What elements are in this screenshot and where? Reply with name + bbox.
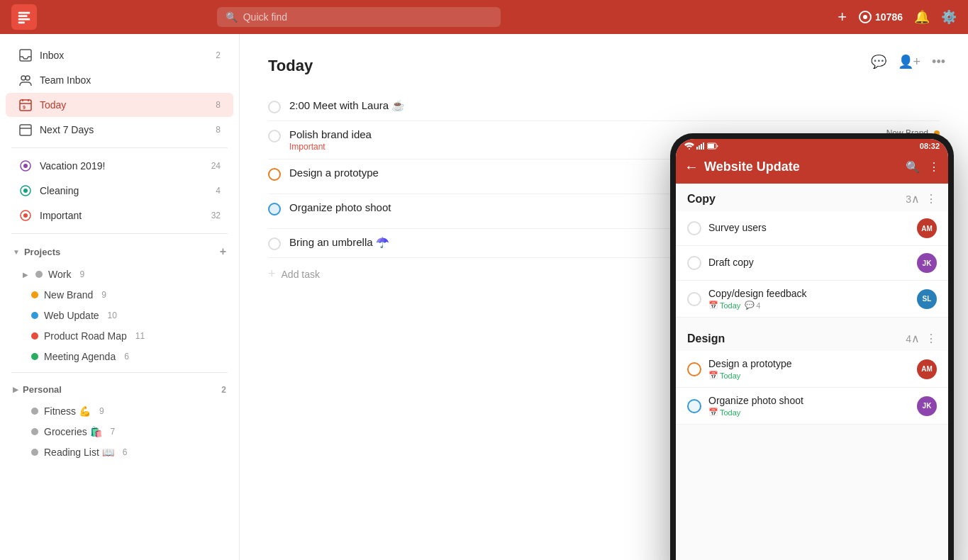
- svg-point-15: [23, 189, 28, 193]
- fitness-dot: [31, 408, 38, 415]
- sidebar-item-next7[interactable]: Next 7 Days 8: [6, 118, 233, 142]
- next7-label: Next 7 Days: [40, 124, 206, 135]
- app-logo: [11, 4, 37, 30]
- design-section-count: 4: [906, 333, 911, 345]
- phone-task-body-photo: Organize photo shoot 📅 Today: [708, 395, 910, 417]
- sidebar-project-fitness[interactable]: Fitness 💪 9: [6, 401, 233, 421]
- svg-point-8: [26, 76, 30, 80]
- sidebar-project-web-update[interactable]: Web Update 10: [6, 306, 233, 325]
- phone-task-title-design: Design a prototype: [708, 358, 910, 369]
- more-options-icon[interactable]: •••: [932, 55, 945, 69]
- add-person-icon[interactable]: 👤+: [898, 54, 921, 69]
- phone-body: Copy 3 ∧ ⋮ Survey users: [676, 184, 948, 560]
- phone-task-survey-users: Survey users AM: [676, 211, 948, 246]
- phone-task-circle-copydesign[interactable]: [687, 292, 701, 306]
- avatar-photo: JK: [917, 396, 937, 416]
- sidebar-project-meeting-agenda[interactable]: Meeting Agenda 6: [6, 347, 233, 366]
- phone-task-meta-photo: 📅 Today: [708, 408, 910, 417]
- task-body-meet-laura: 2:00 Meet with Laura ☕: [289, 99, 940, 113]
- copy-collapse-icon[interactable]: ∧: [911, 192, 920, 206]
- sidebar-project-groceries[interactable]: Groceries 🛍️ 7: [6, 422, 233, 442]
- phone-search-icon[interactable]: 🔍: [906, 160, 920, 174]
- task-circle-design-prototype[interactable]: [268, 168, 281, 181]
- sidebar-project-work[interactable]: ▶ Work 9: [6, 264, 233, 284]
- phone-more-icon[interactable]: ⋮: [928, 160, 940, 174]
- add-project-button[interactable]: +: [220, 245, 226, 258]
- karma-icon: 10786: [858, 10, 903, 24]
- projects-label: Projects: [24, 247, 220, 257]
- comment-icon[interactable]: 💬: [871, 54, 886, 69]
- svg-rect-9: [20, 100, 31, 111]
- copy-section-header: Copy 3 ∧ ⋮: [676, 184, 948, 211]
- task-circle-umbrella[interactable]: [268, 237, 281, 250]
- phone-status-icons: [684, 142, 718, 150]
- phone-task-copy-design: Copy/design feedback 📅 Today 💬 4: [676, 281, 948, 318]
- work-dot: [35, 271, 43, 278]
- sidebar-project-reading-list[interactable]: Reading List 📖 6: [6, 442, 233, 462]
- battery-icon: [707, 142, 718, 150]
- team-inbox-icon: [18, 73, 33, 87]
- task-title-meet-laura: 2:00 Meet with Laura ☕: [289, 99, 940, 112]
- task-circle-organize-photo[interactable]: [268, 203, 281, 215]
- work-label: Work: [48, 269, 71, 280]
- vacation-icon: [18, 159, 33, 173]
- phone-task-title-survey: Survey users: [708, 222, 910, 233]
- settings-icon[interactable]: ⚙️: [941, 9, 957, 25]
- svg-rect-1: [18, 15, 28, 17]
- sidebar-divider-3: [11, 372, 228, 373]
- calendar-icon: 📅: [708, 301, 718, 310]
- projects-section-header[interactable]: ▼ Projects +: [0, 240, 239, 264]
- sidebar-item-inbox[interactable]: Inbox 2: [6, 43, 233, 67]
- add-task-label: Add task: [282, 269, 320, 280]
- phone-task-circle-draft[interactable]: [687, 256, 701, 270]
- phone-screen: 08:32 ← Website Update 🔍 ⋮: [676, 139, 948, 560]
- important-icon: [18, 208, 33, 223]
- avatar-draft: JK: [917, 253, 937, 273]
- sidebar-item-cleaning[interactable]: Cleaning 4: [6, 179, 233, 203]
- important-label: Important: [40, 210, 201, 221]
- svg-rect-22: [703, 142, 704, 150]
- search-bar[interactable]: 🔍 Quick find: [217, 7, 501, 27]
- phone-task-circle-photo[interactable]: [687, 399, 701, 413]
- design-section-title: Design: [687, 332, 903, 345]
- sidebar-project-product-roadmap[interactable]: Product Road Map 11: [6, 326, 233, 346]
- personal-label: Personal: [23, 384, 218, 395]
- sidebar-project-new-brand[interactable]: New Brand 9: [6, 285, 233, 305]
- new-brand-label: New Brand: [44, 289, 93, 301]
- svg-rect-24: [708, 144, 714, 148]
- design-collapse-icon[interactable]: ∧: [911, 332, 920, 345]
- phone-title: Website Update: [704, 159, 900, 174]
- phone-back-button[interactable]: ←: [684, 159, 699, 175]
- phone-task-body-design: Design a prototype 📅 Today: [708, 358, 910, 380]
- svg-rect-20: [699, 145, 700, 150]
- sidebar-item-today[interactable]: 9 Today 8: [6, 93, 233, 117]
- svg-point-7: [21, 76, 26, 80]
- main-layout: Inbox 2 Team Inbox 9 Today: [0, 34, 968, 560]
- personal-chevron: ▶: [13, 386, 18, 393]
- product-roadmap-dot: [31, 332, 38, 340]
- sidebar-item-important[interactable]: Important 32: [6, 203, 233, 228]
- phone-task-circle-design[interactable]: [687, 362, 701, 376]
- notifications-icon[interactable]: 🔔: [914, 9, 930, 25]
- sidebar-item-vacation[interactable]: Vacation 2019! 24: [6, 154, 233, 178]
- reading-list-dot: [31, 449, 38, 456]
- design-more-icon[interactable]: ⋮: [925, 332, 937, 345]
- copy-section-icons: ∧ ⋮: [911, 192, 937, 206]
- comment-count-icon: 💬: [745, 301, 755, 310]
- phone-task-circle-survey[interactable]: [687, 221, 701, 235]
- work-chevron: ▶: [23, 271, 28, 279]
- copy-section-count: 3: [906, 194, 911, 205]
- add-button[interactable]: +: [838, 8, 847, 26]
- groceries-label: Groceries 🛍️: [44, 426, 102, 437]
- personal-section-header[interactable]: ▶ Personal 2: [0, 379, 239, 401]
- sidebar-item-team-inbox[interactable]: Team Inbox: [6, 68, 233, 92]
- task-circle-meet-laura[interactable]: [268, 101, 281, 113]
- phone-task-title-draft: Draft copy: [708, 257, 910, 268]
- meeting-agenda-dot: [31, 353, 38, 360]
- copydesign-comments: 💬 4: [745, 301, 760, 310]
- copy-more-icon[interactable]: ⋮: [925, 192, 937, 206]
- task-circle-polish-brand[interactable]: [268, 130, 281, 142]
- phone-task-title-photo: Organize photo shoot: [708, 395, 910, 406]
- web-update-label: Web Update: [44, 310, 99, 321]
- fitness-label: Fitness 💪: [44, 405, 91, 417]
